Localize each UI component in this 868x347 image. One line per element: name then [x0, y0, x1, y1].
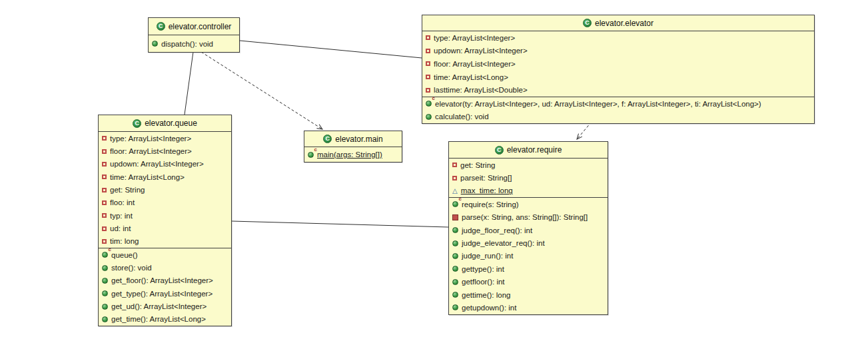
- method-row[interactable]: dispatch(): void: [149, 35, 239, 52]
- static-field-icon: [452, 188, 458, 194]
- member-text: getfloor(): int: [462, 278, 505, 286]
- member-text: parse(x: String, ans: String[]): String[…: [462, 213, 588, 221]
- class-box-elevator[interactable]: Celevator.elevatortype: ArrayList<Intege…: [422, 15, 815, 124]
- member-text: typ: int: [110, 212, 133, 220]
- class-title-text: elevator.controller: [169, 22, 232, 31]
- class-title-require[interactable]: Celevator.require: [449, 142, 608, 159]
- method-row[interactable]: store(): void: [99, 261, 231, 274]
- member-text: calculate(): void: [435, 113, 489, 121]
- field-row[interactable]: parseit: String[]: [449, 171, 608, 184]
- class-box-queue[interactable]: Celevator.queuetype: ArrayList<Integer>f…: [98, 115, 232, 326]
- member-text: tim: long: [110, 237, 139, 245]
- method-icon: [102, 290, 108, 296]
- field-row[interactable]: tim: long: [99, 235, 231, 248]
- field-icon: [426, 75, 430, 79]
- field-row[interactable]: floor: ArrayList<Integer>: [422, 57, 814, 71]
- class-title-elevator[interactable]: Celevator.elevator: [422, 15, 814, 31]
- class-title-main[interactable]: Celevator.main: [304, 131, 402, 147]
- method-icon: [452, 227, 458, 233]
- member-text: time: ArrayList<Long>: [110, 173, 185, 181]
- method-row[interactable]: judge_run(): int: [449, 250, 608, 262]
- field-row[interactable]: max_time: long: [449, 184, 608, 197]
- member-text: updown: ArrayList<Integer>: [110, 160, 204, 168]
- field-icon: [102, 200, 107, 205]
- class-title-text: elevator.elevator: [595, 19, 653, 28]
- member-text: type: ArrayList<Integer>: [434, 34, 515, 42]
- method-row[interactable]: main(args: String[]): [304, 147, 402, 162]
- method-icon: [452, 292, 458, 298]
- method-row[interactable]: require(s: String): [449, 198, 608, 210]
- methods-section: dispatch(): void: [149, 35, 239, 52]
- class-icon: C: [583, 19, 592, 27]
- member-text: get: String: [460, 161, 495, 169]
- field-row[interactable]: type: ArrayList<Integer>: [99, 132, 231, 145]
- constructor-icon: [308, 152, 314, 158]
- edge-controller-queue: [185, 52, 193, 115]
- class-title-text: elevator.main: [335, 135, 382, 144]
- class-icon: C: [133, 119, 141, 128]
- method-row[interactable]: parse(x: String, ans: String[]): String[…: [449, 211, 608, 224]
- edge-elevator-require: [577, 122, 592, 139]
- method-row[interactable]: getupdown(): int: [449, 301, 608, 314]
- edge-queue-require: [232, 221, 448, 227]
- method-icon: [152, 41, 158, 47]
- field-icon: [452, 163, 457, 167]
- method-row[interactable]: get_ud(): ArrayList<Integer>: [99, 300, 231, 312]
- constructor-icon: [452, 201, 458, 207]
- method-row[interactable]: queue(): [99, 248, 231, 261]
- field-row[interactable]: get: String: [449, 159, 608, 171]
- field-row[interactable]: floor: ArrayList<Integer>: [99, 145, 231, 157]
- member-text: updown: ArrayList<Integer>: [434, 47, 528, 55]
- fields-section: get: Stringparseit: String[]max_time: lo…: [449, 159, 608, 198]
- method-row[interactable]: gettype(): int: [449, 262, 608, 275]
- field-icon: [426, 88, 430, 93]
- field-icon: [102, 136, 107, 141]
- field-row[interactable]: updown: ArrayList<Integer>: [99, 158, 231, 171]
- method-dot: [102, 252, 108, 258]
- field-row[interactable]: get: String: [99, 183, 231, 196]
- class-box-require[interactable]: Celevator.requireget: Stringparseit: Str…: [448, 141, 608, 315]
- method-icon: [452, 279, 458, 285]
- member-text: judge_floor_req(): int: [462, 226, 532, 234]
- field-row[interactable]: updown: ArrayList<Integer>: [422, 45, 814, 58]
- method-icon: [452, 240, 458, 246]
- field-icon: [102, 213, 107, 218]
- method-row[interactable]: getfloor(): int: [449, 276, 608, 288]
- methods-section: require(s: String)parse(x: String, ans: …: [449, 198, 608, 314]
- class-title-controller[interactable]: Celevator.controller: [149, 18, 239, 35]
- class-box-controller[interactable]: Celevator.controllerdispatch(): void: [148, 17, 240, 53]
- edge-controller-elevator: [240, 41, 422, 58]
- member-text: store(): void: [111, 264, 152, 272]
- member-text: getupdown(): int: [462, 304, 516, 312]
- class-title-queue[interactable]: Celevator.queue: [99, 115, 231, 132]
- field-icon: [102, 162, 107, 167]
- member-text: get_time(): ArrayList<Long>: [111, 315, 206, 323]
- field-icon: [426, 61, 430, 66]
- method-row[interactable]: get_floor(): ArrayList<Integer>: [99, 274, 231, 287]
- method-icon: [452, 304, 458, 310]
- field-row[interactable]: floo: int: [99, 196, 231, 209]
- field-row[interactable]: time: ArrayList<Long>: [422, 71, 814, 84]
- method-icon: [102, 316, 108, 322]
- method-icon: [102, 304, 108, 310]
- method-row[interactable]: elevator(ty: ArrayList<Integer>, ud: Arr…: [422, 97, 814, 111]
- field-row[interactable]: typ: int: [99, 209, 231, 222]
- method-row[interactable]: judge_floor_req(): int: [449, 224, 608, 236]
- field-row[interactable]: time: ArrayList<Long>: [99, 171, 231, 183]
- methods-section: main(args: String[]): [304, 147, 402, 162]
- field-icon: [102, 226, 107, 231]
- method-row[interactable]: calculate(): void: [422, 111, 814, 124]
- method-row[interactable]: get_time(): ArrayList<Long>: [99, 313, 231, 326]
- method-row[interactable]: get_type(): ArrayList<Integer>: [99, 287, 231, 300]
- method-row[interactable]: judge_elevator_req(): int: [449, 236, 608, 249]
- field-row[interactable]: ud: int: [99, 222, 231, 234]
- field-row[interactable]: type: ArrayList<Integer>: [422, 31, 814, 45]
- method-dot: [426, 101, 432, 107]
- class-box-main[interactable]: Celevator.mainmain(args: String[]): [304, 131, 402, 163]
- method-row[interactable]: gettime(): long: [449, 288, 608, 301]
- field-icon: [102, 174, 107, 179]
- member-text: judge_elevator_req(): int: [462, 239, 545, 247]
- fields-section: type: ArrayList<Integer>updown: ArrayLis…: [422, 31, 814, 97]
- methods-section: queue()store(): voidget_floor(): ArrayLi…: [99, 248, 231, 326]
- field-row[interactable]: lasttime: ArrayList<Double>: [422, 83, 814, 97]
